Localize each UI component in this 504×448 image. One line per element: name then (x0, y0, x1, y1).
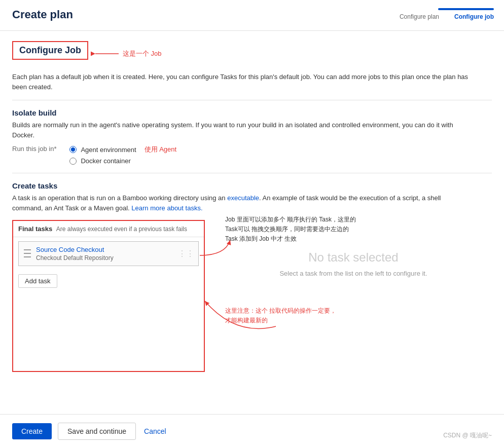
learn-more-link[interactable]: Learn more about tasks. (131, 204, 202, 212)
create-button[interactable]: Create (12, 423, 52, 439)
job-chinese-annotation: 这是一个 Job (123, 49, 162, 58)
task-name: Source Code Checkout (36, 246, 193, 254)
isolate-build-heading: Isolate build (12, 108, 492, 117)
isolate-build-section: Isolate build Builds are normally run in… (12, 108, 492, 165)
run-job-label: Run this job in* (12, 145, 56, 153)
task-item-source-checkout[interactable]: Source Code Checkout Checkout Default Re… (18, 241, 199, 266)
page-title: Create plan (12, 8, 73, 21)
drag-handle: ⋮⋮ (178, 249, 194, 258)
drag-icon (24, 249, 32, 257)
executable-link[interactable]: executable (227, 194, 259, 202)
progress-bar (438, 8, 494, 10)
radio-docker-container[interactable] (69, 158, 77, 165)
no-task-title: No task selected (225, 250, 482, 265)
final-tasks-header: Final tasks Are always executed even if … (13, 221, 204, 237)
cancel-button[interactable]: Cancel (142, 423, 168, 439)
agent-environment-label: Agent environment (81, 146, 136, 154)
radio-agent-environment[interactable] (69, 146, 77, 153)
docker-container-label: Docker container (81, 157, 130, 165)
watermark: CSDN @ 嘎油呢~ (443, 431, 492, 440)
add-task-button[interactable]: Add task (18, 274, 57, 288)
job-annotation: 这是一个 Job (94, 49, 162, 59)
no-task-sub: Select a task from the list on the left … (225, 270, 482, 277)
annotation-right-mid: 这里注意：这个 拉取代码的操作一定要，才能构建最新的 (225, 306, 336, 325)
create-tasks-section: Create tasks A task is an operation that… (12, 181, 492, 372)
save-continue-button[interactable]: Save and continue (58, 423, 136, 440)
create-tasks-heading: Create tasks (12, 181, 492, 190)
configure-job-box: Configure Job (12, 41, 88, 60)
final-tasks-desc: Are always executed even if a previous t… (56, 226, 187, 233)
radio-agent-row: Agent environment 使用 Agent (69, 145, 176, 154)
tasks-description: A task is an operation that is run on a … (12, 193, 469, 213)
footer: Create Save and continue Cancel CSDN @ 嘎… (0, 414, 504, 448)
left-tasks-panel: Final tasks Are always executed even if … (12, 220, 205, 372)
isolate-build-description: Builds are normally run in the agent's n… (12, 120, 469, 140)
task-sub: Checkout Default Repository (36, 254, 193, 262)
agent-annotation: 使用 Agent (145, 145, 177, 154)
radio-docker-row: Docker container (69, 157, 176, 165)
step-configure-plan: Configure plan (400, 13, 439, 20)
annotation-right-top: Job 里面可以添加多个 顺序执行的 Task，这里的 Task可以 拖拽交换顺… (225, 215, 362, 244)
progress-steps: Configure plan Configure job (400, 8, 494, 20)
step-configure-job: Configure job (454, 13, 494, 20)
configure-job-heading: Configure Job (19, 45, 81, 55)
run-job-options: Agent environment 使用 Agent Docker contai… (69, 145, 176, 165)
final-tasks-label: Final tasks (18, 225, 52, 233)
configure-job-description: Each plan has a default job when it is c… (12, 72, 469, 92)
